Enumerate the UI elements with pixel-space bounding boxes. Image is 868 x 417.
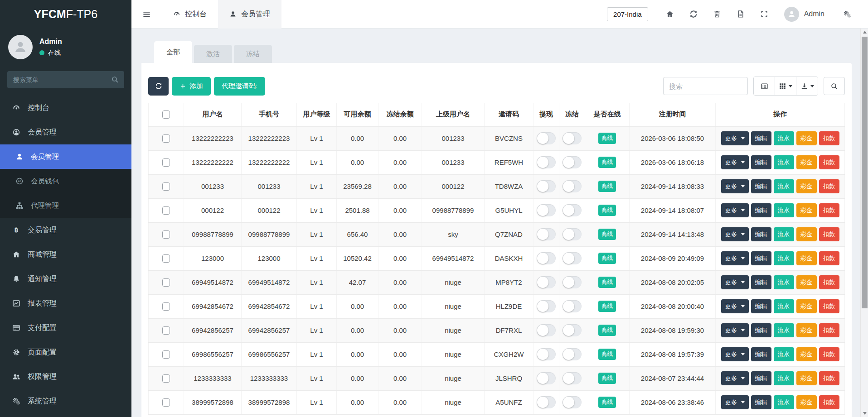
- withdraw-toggle[interactable]: [537, 252, 556, 264]
- scrollbar-thumb[interactable]: [862, 37, 868, 308]
- more-button[interactable]: 更多: [721, 131, 749, 145]
- deduct-button[interactable]: 扣款: [819, 347, 839, 361]
- edit-button[interactable]: 编辑: [751, 323, 771, 337]
- withdraw-toggle[interactable]: [537, 228, 556, 240]
- edit-button[interactable]: 编辑: [751, 227, 771, 241]
- deduct-button[interactable]: 扣款: [819, 275, 839, 289]
- home-icon[interactable]: [658, 10, 682, 18]
- edit-button[interactable]: 编辑: [751, 371, 771, 385]
- search-submit-button[interactable]: [824, 77, 845, 95]
- refresh-icon[interactable]: [682, 10, 705, 18]
- row-checkbox[interactable]: [162, 230, 170, 239]
- deduct-button[interactable]: 扣款: [819, 323, 839, 337]
- region-button[interactable]: 207-India: [607, 7, 648, 21]
- deduct-button[interactable]: 扣款: [819, 251, 839, 265]
- edit-button[interactable]: 编辑: [751, 251, 771, 265]
- flow-button[interactable]: 流水: [774, 155, 794, 169]
- edit-button[interactable]: 编辑: [751, 203, 771, 217]
- row-checkbox[interactable]: [162, 326, 170, 335]
- more-button[interactable]: 更多: [721, 179, 749, 193]
- row-checkbox[interactable]: [162, 278, 170, 287]
- withdraw-toggle[interactable]: [537, 156, 556, 168]
- flow-button[interactable]: 流水: [774, 131, 794, 145]
- freeze-toggle[interactable]: [563, 252, 582, 264]
- scroll-up-arrow[interactable]: [861, 29, 868, 36]
- deduct-button[interactable]: 扣款: [819, 155, 839, 169]
- bonus-button[interactable]: 彩金: [796, 155, 817, 169]
- row-checkbox[interactable]: [162, 134, 170, 143]
- menu-search-input[interactable]: [7, 71, 124, 88]
- bonus-button[interactable]: 彩金: [796, 323, 817, 337]
- hamburger-menu-icon[interactable]: [142, 10, 151, 19]
- flow-button[interactable]: 流水: [774, 371, 794, 385]
- sidebar-item-page-config[interactable]: 页面配置: [0, 340, 131, 364]
- detail-view-button[interactable]: [754, 77, 775, 95]
- edit-button[interactable]: 编辑: [751, 395, 771, 409]
- edit-button[interactable]: 编辑: [751, 131, 771, 145]
- freeze-toggle[interactable]: [563, 396, 582, 408]
- flow-button[interactable]: 流水: [774, 179, 794, 193]
- sidebar-item-perm-mgmt[interactable]: 权限管理: [0, 364, 131, 389]
- scroll-down-arrow[interactable]: [861, 410, 868, 417]
- withdraw-toggle[interactable]: [537, 180, 556, 192]
- deduct-button[interactable]: 扣款: [819, 395, 839, 409]
- deduct-button[interactable]: 扣款: [819, 179, 839, 193]
- flow-button[interactable]: 流水: [774, 395, 794, 409]
- edit-button[interactable]: 编辑: [751, 347, 771, 361]
- bonus-button[interactable]: 彩金: [796, 251, 817, 265]
- flow-button[interactable]: 流水: [774, 203, 794, 217]
- row-checkbox[interactable]: [162, 254, 170, 263]
- more-button[interactable]: 更多: [721, 203, 749, 217]
- more-button[interactable]: 更多: [721, 395, 749, 409]
- flow-button[interactable]: 流水: [774, 227, 794, 241]
- withdraw-toggle[interactable]: [537, 324, 556, 336]
- edit-button[interactable]: 编辑: [751, 299, 771, 313]
- refresh-table-button[interactable]: [148, 77, 169, 96]
- freeze-toggle[interactable]: [563, 300, 582, 312]
- freeze-toggle[interactable]: [563, 372, 582, 384]
- filter-tab[interactable]: 全部: [154, 41, 192, 63]
- export-button[interactable]: [796, 77, 818, 95]
- more-button[interactable]: 更多: [721, 251, 749, 265]
- sidebar-item-trade-mgmt[interactable]: B交易管理: [0, 218, 131, 242]
- bonus-button[interactable]: 彩金: [796, 371, 817, 385]
- row-checkbox[interactable]: [162, 158, 170, 167]
- withdraw-toggle[interactable]: [537, 300, 556, 312]
- flow-button[interactable]: 流水: [774, 251, 794, 265]
- more-button[interactable]: 更多: [721, 275, 749, 289]
- filter-tab[interactable]: 冻结: [234, 45, 272, 63]
- bonus-button[interactable]: 彩金: [796, 347, 817, 361]
- clear-cache-icon[interactable]: [729, 10, 752, 18]
- deduct-button[interactable]: 扣款: [819, 371, 839, 385]
- flow-button[interactable]: 流水: [774, 299, 794, 313]
- deduct-button[interactable]: 扣款: [819, 131, 839, 145]
- more-button[interactable]: 更多: [721, 347, 749, 361]
- columns-button[interactable]: [775, 77, 796, 95]
- filter-tab[interactable]: 激活: [194, 45, 232, 63]
- more-button[interactable]: 更多: [721, 299, 749, 313]
- deduct-button[interactable]: 扣款: [819, 203, 839, 217]
- select-all-checkbox[interactable]: [162, 110, 170, 119]
- row-checkbox[interactable]: [162, 182, 170, 191]
- topbar-tab-console[interactable]: 控制台: [162, 0, 218, 29]
- table-search-input[interactable]: [663, 77, 748, 95]
- row-checkbox[interactable]: [162, 206, 170, 215]
- vertical-scrollbar[interactable]: [860, 29, 868, 417]
- settings-gears-icon[interactable]: [835, 10, 859, 18]
- edit-button[interactable]: 编辑: [751, 179, 771, 193]
- flow-button[interactable]: 流水: [774, 323, 794, 337]
- freeze-toggle[interactable]: [563, 180, 582, 192]
- topbar-tab-member[interactable]: 会员管理: [218, 0, 281, 29]
- withdraw-toggle[interactable]: [537, 372, 556, 384]
- sidebar-item-system-mgmt[interactable]: 系统管理: [0, 389, 131, 413]
- admin-avatar[interactable]: [784, 7, 799, 22]
- row-checkbox[interactable]: [162, 302, 170, 311]
- freeze-toggle[interactable]: [563, 132, 582, 144]
- bonus-button[interactable]: 彩金: [796, 203, 817, 217]
- withdraw-toggle[interactable]: [537, 132, 556, 144]
- row-checkbox[interactable]: [162, 398, 170, 407]
- flow-button[interactable]: 流水: [774, 275, 794, 289]
- edit-button[interactable]: 编辑: [751, 155, 771, 169]
- freeze-toggle[interactable]: [563, 348, 582, 360]
- bonus-button[interactable]: 彩金: [796, 299, 817, 313]
